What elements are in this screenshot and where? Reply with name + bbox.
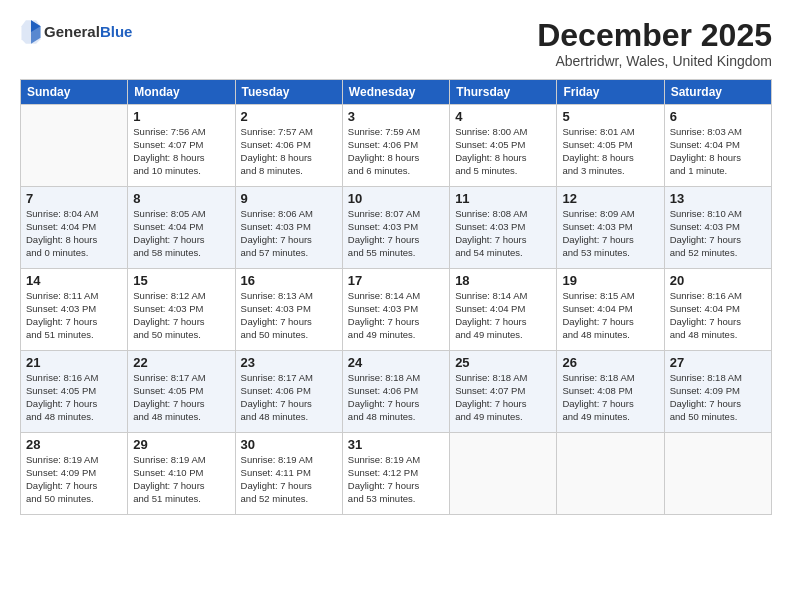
day-info: Sunrise: 8:18 AM Sunset: 4:09 PM Dayligh…	[670, 372, 766, 423]
day-number: 13	[670, 191, 766, 206]
table-row: 13Sunrise: 8:10 AM Sunset: 4:03 PM Dayli…	[664, 187, 771, 269]
day-number: 15	[133, 273, 229, 288]
table-row: 28Sunrise: 8:19 AM Sunset: 4:09 PM Dayli…	[21, 433, 128, 515]
day-number: 22	[133, 355, 229, 370]
table-row: 9Sunrise: 8:06 AM Sunset: 4:03 PM Daylig…	[235, 187, 342, 269]
table-row: 3Sunrise: 7:59 AM Sunset: 4:06 PM Daylig…	[342, 105, 449, 187]
table-row: 16Sunrise: 8:13 AM Sunset: 4:03 PM Dayli…	[235, 269, 342, 351]
day-number: 21	[26, 355, 122, 370]
calendar-week-row: 28Sunrise: 8:19 AM Sunset: 4:09 PM Dayli…	[21, 433, 772, 515]
day-info: Sunrise: 8:19 AM Sunset: 4:12 PM Dayligh…	[348, 454, 444, 505]
day-info: Sunrise: 8:08 AM Sunset: 4:03 PM Dayligh…	[455, 208, 551, 259]
day-info: Sunrise: 8:04 AM Sunset: 4:04 PM Dayligh…	[26, 208, 122, 259]
day-number: 28	[26, 437, 122, 452]
day-number: 6	[670, 109, 766, 124]
table-row: 30Sunrise: 8:19 AM Sunset: 4:11 PM Dayli…	[235, 433, 342, 515]
col-friday: Friday	[557, 80, 664, 105]
table-row: 21Sunrise: 8:16 AM Sunset: 4:05 PM Dayli…	[21, 351, 128, 433]
day-info: Sunrise: 8:19 AM Sunset: 4:10 PM Dayligh…	[133, 454, 229, 505]
day-info: Sunrise: 8:12 AM Sunset: 4:03 PM Dayligh…	[133, 290, 229, 341]
day-number: 27	[670, 355, 766, 370]
day-info: Sunrise: 8:16 AM Sunset: 4:05 PM Dayligh…	[26, 372, 122, 423]
table-row: 22Sunrise: 8:17 AM Sunset: 4:05 PM Dayli…	[128, 351, 235, 433]
day-number: 14	[26, 273, 122, 288]
table-row: 14Sunrise: 8:11 AM Sunset: 4:03 PM Dayli…	[21, 269, 128, 351]
day-info: Sunrise: 8:10 AM Sunset: 4:03 PM Dayligh…	[670, 208, 766, 259]
day-number: 23	[241, 355, 337, 370]
day-info: Sunrise: 7:57 AM Sunset: 4:06 PM Dayligh…	[241, 126, 337, 177]
day-info: Sunrise: 8:09 AM Sunset: 4:03 PM Dayligh…	[562, 208, 658, 259]
day-number: 19	[562, 273, 658, 288]
table-row	[450, 433, 557, 515]
day-number: 31	[348, 437, 444, 452]
day-number: 25	[455, 355, 551, 370]
table-row: 11Sunrise: 8:08 AM Sunset: 4:03 PM Dayli…	[450, 187, 557, 269]
table-row: 5Sunrise: 8:01 AM Sunset: 4:05 PM Daylig…	[557, 105, 664, 187]
table-row: 4Sunrise: 8:00 AM Sunset: 4:05 PM Daylig…	[450, 105, 557, 187]
day-number: 26	[562, 355, 658, 370]
table-row: 8Sunrise: 8:05 AM Sunset: 4:04 PM Daylig…	[128, 187, 235, 269]
table-row: 10Sunrise: 8:07 AM Sunset: 4:03 PM Dayli…	[342, 187, 449, 269]
header: GeneralBlue December 2025 Abertridwr, Wa…	[20, 18, 772, 69]
title-block: December 2025 Abertridwr, Wales, United …	[537, 18, 772, 69]
day-number: 7	[26, 191, 122, 206]
logo-general: General	[44, 23, 100, 40]
day-info: Sunrise: 8:00 AM Sunset: 4:05 PM Dayligh…	[455, 126, 551, 177]
day-number: 16	[241, 273, 337, 288]
table-row: 27Sunrise: 8:18 AM Sunset: 4:09 PM Dayli…	[664, 351, 771, 433]
table-row	[557, 433, 664, 515]
col-thursday: Thursday	[450, 80, 557, 105]
calendar-week-row: 1Sunrise: 7:56 AM Sunset: 4:07 PM Daylig…	[21, 105, 772, 187]
day-info: Sunrise: 8:18 AM Sunset: 4:06 PM Dayligh…	[348, 372, 444, 423]
day-info: Sunrise: 7:59 AM Sunset: 4:06 PM Dayligh…	[348, 126, 444, 177]
day-info: Sunrise: 8:17 AM Sunset: 4:06 PM Dayligh…	[241, 372, 337, 423]
day-number: 11	[455, 191, 551, 206]
logo-blue: Blue	[100, 23, 133, 40]
table-row: 15Sunrise: 8:12 AM Sunset: 4:03 PM Dayli…	[128, 269, 235, 351]
day-info: Sunrise: 8:17 AM Sunset: 4:05 PM Dayligh…	[133, 372, 229, 423]
page: GeneralBlue December 2025 Abertridwr, Wa…	[0, 0, 792, 612]
day-number: 2	[241, 109, 337, 124]
day-info: Sunrise: 8:13 AM Sunset: 4:03 PM Dayligh…	[241, 290, 337, 341]
day-number: 9	[241, 191, 337, 206]
table-row: 31Sunrise: 8:19 AM Sunset: 4:12 PM Dayli…	[342, 433, 449, 515]
location: Abertridwr, Wales, United Kingdom	[537, 53, 772, 69]
col-sunday: Sunday	[21, 80, 128, 105]
day-number: 4	[455, 109, 551, 124]
day-number: 29	[133, 437, 229, 452]
table-row: 18Sunrise: 8:14 AM Sunset: 4:04 PM Dayli…	[450, 269, 557, 351]
day-info: Sunrise: 8:18 AM Sunset: 4:07 PM Dayligh…	[455, 372, 551, 423]
table-row: 19Sunrise: 8:15 AM Sunset: 4:04 PM Dayli…	[557, 269, 664, 351]
day-number: 3	[348, 109, 444, 124]
col-tuesday: Tuesday	[235, 80, 342, 105]
calendar-header-row: Sunday Monday Tuesday Wednesday Thursday…	[21, 80, 772, 105]
table-row: 6Sunrise: 8:03 AM Sunset: 4:04 PM Daylig…	[664, 105, 771, 187]
month-title: December 2025	[537, 18, 772, 53]
day-info: Sunrise: 8:05 AM Sunset: 4:04 PM Dayligh…	[133, 208, 229, 259]
day-number: 12	[562, 191, 658, 206]
day-info: Sunrise: 8:14 AM Sunset: 4:04 PM Dayligh…	[455, 290, 551, 341]
day-info: Sunrise: 8:07 AM Sunset: 4:03 PM Dayligh…	[348, 208, 444, 259]
table-row: 23Sunrise: 8:17 AM Sunset: 4:06 PM Dayli…	[235, 351, 342, 433]
table-row: 20Sunrise: 8:16 AM Sunset: 4:04 PM Dayli…	[664, 269, 771, 351]
table-row: 25Sunrise: 8:18 AM Sunset: 4:07 PM Dayli…	[450, 351, 557, 433]
day-number: 30	[241, 437, 337, 452]
table-row: 17Sunrise: 8:14 AM Sunset: 4:03 PM Dayli…	[342, 269, 449, 351]
day-info: Sunrise: 8:11 AM Sunset: 4:03 PM Dayligh…	[26, 290, 122, 341]
day-number: 1	[133, 109, 229, 124]
day-info: Sunrise: 7:56 AM Sunset: 4:07 PM Dayligh…	[133, 126, 229, 177]
day-info: Sunrise: 8:18 AM Sunset: 4:08 PM Dayligh…	[562, 372, 658, 423]
day-info: Sunrise: 8:19 AM Sunset: 4:11 PM Dayligh…	[241, 454, 337, 505]
day-number: 18	[455, 273, 551, 288]
table-row: 29Sunrise: 8:19 AM Sunset: 4:10 PM Dayli…	[128, 433, 235, 515]
calendar-week-row: 7Sunrise: 8:04 AM Sunset: 4:04 PM Daylig…	[21, 187, 772, 269]
table-row	[21, 105, 128, 187]
day-info: Sunrise: 8:03 AM Sunset: 4:04 PM Dayligh…	[670, 126, 766, 177]
day-info: Sunrise: 8:15 AM Sunset: 4:04 PM Dayligh…	[562, 290, 658, 341]
logo-text: GeneralBlue	[44, 23, 132, 41]
logo: GeneralBlue	[20, 18, 132, 46]
day-number: 8	[133, 191, 229, 206]
day-number: 24	[348, 355, 444, 370]
day-info: Sunrise: 8:06 AM Sunset: 4:03 PM Dayligh…	[241, 208, 337, 259]
table-row: 7Sunrise: 8:04 AM Sunset: 4:04 PM Daylig…	[21, 187, 128, 269]
